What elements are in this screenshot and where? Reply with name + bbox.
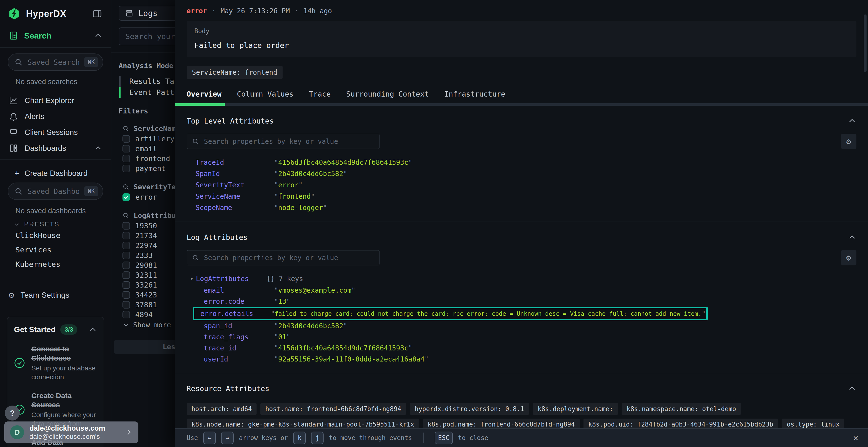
sidebar-preset-services[interactable]: Services bbox=[16, 243, 111, 257]
tab-trace[interactable]: Trace bbox=[309, 90, 331, 98]
attribute-key[interactable]: TraceId bbox=[195, 159, 274, 166]
attribute-row-email[interactable]: email"vmoses@example.com" bbox=[187, 285, 857, 296]
attribute-value[interactable]: 2b43d0c4dd6bc582 bbox=[278, 170, 343, 178]
attribute-row-span-id[interactable]: span_id"2b43d0c4dd6bc582" bbox=[187, 320, 857, 332]
scrollbar-thumb[interactable] bbox=[864, 14, 867, 72]
property-search-box[interactable] bbox=[187, 134, 379, 149]
checkbox[interactable] bbox=[123, 301, 130, 309]
get-started-step-connect-to-clickhouse[interactable]: Connect to ClickHouseSet up your databas… bbox=[14, 344, 97, 381]
chevron-up-icon[interactable] bbox=[848, 233, 857, 242]
attribute-value[interactable]: 4156d3fbc40a64854d9dc7f68641593c bbox=[278, 344, 408, 352]
attribute-value[interactable]: 92a55156-39a4-11f0-8ddd-a2eca416a8a4 bbox=[278, 355, 425, 363]
sidebar-item-alerts[interactable]: Alerts bbox=[0, 108, 111, 124]
tab-surrounding-context[interactable]: Surrounding Context bbox=[346, 90, 429, 98]
attribute-value[interactable]: 13 bbox=[278, 298, 286, 305]
attribute-row-severitytext[interactable]: SeverityText"error" bbox=[187, 179, 857, 191]
attribute-value[interactable]: 01 bbox=[278, 333, 286, 341]
resource-chip-k8s-deployment-name[interactable]: k8s.deployment.name: bbox=[533, 403, 618, 415]
saved-searches-field[interactable] bbox=[27, 58, 80, 67]
attribute-key[interactable]: trace_id bbox=[204, 344, 274, 352]
sidebar-item-search[interactable]: Search bbox=[0, 28, 111, 43]
help-button[interactable]: ? bbox=[5, 406, 20, 420]
chevron-up-icon[interactable] bbox=[94, 32, 102, 40]
sidebar-item-chart-explorer[interactable]: Chart Explorer bbox=[0, 93, 111, 108]
checkbox[interactable] bbox=[123, 232, 130, 239]
property-search-input[interactable] bbox=[204, 253, 374, 262]
attribute-row-traceid[interactable]: TraceId"4156d3fbc40a64854d9dc7f68641593c… bbox=[187, 157, 857, 168]
create-dashboard-button[interactable]: + Create Dashboard bbox=[0, 166, 111, 180]
checkbox[interactable] bbox=[123, 311, 130, 318]
checkbox[interactable] bbox=[123, 252, 130, 259]
chevron-up-icon[interactable] bbox=[89, 325, 97, 334]
attribute-value[interactable]: error bbox=[278, 181, 299, 189]
attribute-key[interactable]: span_id bbox=[204, 322, 274, 330]
service-name-chip[interactable]: ServiceName: frontend bbox=[187, 66, 283, 79]
close-icon[interactable]: ✕ bbox=[853, 434, 858, 442]
property-search-box[interactable] bbox=[187, 250, 379, 265]
root-key[interactable]: LogAttributes bbox=[196, 275, 249, 283]
checkbox[interactable] bbox=[123, 135, 130, 143]
attribute-row-userid[interactable]: userId"92a55156-39a4-11f0-8ddd-a2eca416a… bbox=[187, 353, 857, 365]
chevron-up-icon[interactable] bbox=[848, 116, 857, 125]
sidebar-item-team-settings[interactable]: ⚙ Team Settings bbox=[0, 287, 111, 303]
tab-column-values[interactable]: Column Values bbox=[237, 90, 294, 98]
resource-chip-host-name[interactable]: host.name: frontend-6b6c8d7bfd-ng894 bbox=[260, 403, 406, 415]
checkbox[interactable] bbox=[123, 222, 130, 230]
checkbox[interactable] bbox=[123, 242, 130, 249]
log-attributes-root-row[interactable]: ▾ LogAttributes {} 7 keys bbox=[187, 273, 857, 285]
attribute-row-servicename[interactable]: ServiceName"frontend" bbox=[187, 191, 857, 202]
attribute-key[interactable]: error.code bbox=[204, 298, 274, 305]
presets-toggle[interactable]: PRESETS bbox=[13, 220, 111, 228]
sidebar-preset-kubernetes[interactable]: Kubernetes bbox=[16, 257, 111, 271]
attribute-value[interactable]: frontend bbox=[278, 193, 311, 200]
checkbox[interactable] bbox=[123, 194, 130, 201]
tab-overview[interactable]: Overview bbox=[187, 90, 222, 98]
checkbox[interactable] bbox=[123, 291, 130, 299]
attribute-key[interactable]: SeverityText bbox=[195, 181, 274, 189]
attribute-value[interactable]: vmoses@example.com bbox=[278, 286, 351, 294]
checkbox[interactable] bbox=[123, 262, 130, 269]
chevron-up-icon[interactable] bbox=[94, 144, 102, 152]
chevron-up-icon[interactable] bbox=[848, 384, 857, 393]
attribute-row-trace-flags[interactable]: trace_flags"01" bbox=[187, 332, 857, 342]
user-menu[interactable]: D dale@clickhouse.com dale@clickhouse.co… bbox=[4, 421, 138, 443]
attribute-value[interactable]: failed to charge card: could not charge … bbox=[275, 310, 702, 317]
quote: " bbox=[274, 298, 278, 305]
tab-infrastructure[interactable]: Infrastructure bbox=[444, 90, 505, 98]
attribute-row-spanid[interactable]: SpanId"2b43d0c4dd6bc582" bbox=[187, 168, 857, 179]
attribute-key[interactable]: email bbox=[204, 286, 274, 294]
attribute-key[interactable]: trace_flags bbox=[204, 333, 274, 341]
attribute-row-trace-id[interactable]: trace_id"4156d3fbc40a64854d9dc7f68641593… bbox=[187, 342, 857, 353]
resource-chip-host-arch[interactable]: host.arch: amd64 bbox=[187, 403, 256, 415]
attribute-key[interactable]: error.details bbox=[200, 310, 271, 318]
property-search-input[interactable] bbox=[204, 137, 374, 146]
saved-dashboards-field[interactable] bbox=[27, 187, 80, 196]
resource-chip-hyperdx-distro-version[interactable]: hyperdx.distro.version: 0.8.1 bbox=[410, 403, 529, 415]
checkbox[interactable] bbox=[123, 165, 130, 172]
attribute-value[interactable]: 2b43d0c4dd6bc582 bbox=[278, 322, 343, 330]
attribute-key[interactable]: ServiceName bbox=[195, 193, 274, 200]
saved-dashboards-input[interactable]: ⌘K bbox=[8, 182, 103, 200]
checkbox[interactable] bbox=[123, 155, 130, 162]
column-settings-button[interactable]: ⚙ bbox=[841, 250, 857, 265]
column-settings-button[interactable]: ⚙ bbox=[841, 134, 857, 149]
attribute-value[interactable]: node-logger bbox=[278, 204, 323, 212]
sidebar-item-client-sessions[interactable]: Client Sessions bbox=[0, 124, 111, 140]
attribute-value[interactable]: 4156d3fbc40a64854d9dc7f68641593c bbox=[278, 159, 408, 166]
attribute-row-scopename[interactable]: ScopeName"node-logger" bbox=[187, 202, 857, 213]
attribute-key[interactable]: ScopeName bbox=[195, 204, 274, 212]
sidebar-item-dashboards[interactable]: Dashboards bbox=[0, 140, 111, 156]
checkbox[interactable] bbox=[123, 145, 130, 152]
checkbox[interactable] bbox=[123, 271, 130, 279]
attribute-row-error-details[interactable]: error.details"failed to charge card: cou… bbox=[193, 307, 708, 320]
sidebar-preset-clickhouse[interactable]: ClickHouse bbox=[16, 228, 111, 243]
attribute-key[interactable]: userId bbox=[204, 355, 274, 363]
tree-collapse-caret-icon[interactable]: ▾ bbox=[190, 275, 193, 282]
saved-searches-input[interactable]: ⌘K bbox=[8, 54, 103, 71]
resource-chip-k8s-namespace-name[interactable]: k8s.namespace.name: otel-demo bbox=[622, 403, 741, 415]
checkbox[interactable] bbox=[123, 281, 130, 289]
attribute-row-error-code[interactable]: error.code"13" bbox=[187, 296, 857, 307]
attribute-key[interactable]: SpanId bbox=[195, 170, 274, 178]
collapse-sidebar-icon[interactable] bbox=[92, 9, 102, 19]
quote: " bbox=[274, 193, 278, 200]
